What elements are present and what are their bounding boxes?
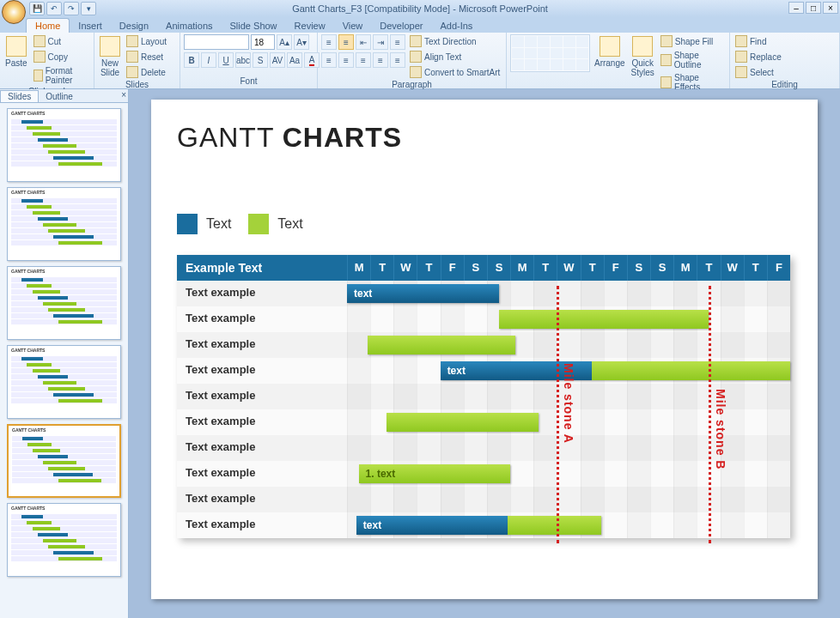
shadow-button[interactable]: S [253,52,268,68]
gantt-chart[interactable]: Example TextMTWTFSSMTWTFSSMTWTFText exam… [177,255,790,538]
qat-redo[interactable]: ↷ [64,2,79,15]
align-text-button[interactable]: Align Text [408,50,502,64]
change-case-button[interactable]: Aa [287,52,302,68]
close-button[interactable]: × [823,2,838,14]
thumb-title: GANTT CHARTS [8,346,120,354]
ribbon-group-paragraph: ≡ ≡ ⇤ ⇥ ≡ ≡ ≡ ≡ ≡ ≡ Text Direction Align… [318,33,507,88]
office-button[interactable] [2,0,26,24]
maximize-button[interactable]: □ [806,2,821,14]
bold-button[interactable]: B [184,52,199,68]
tab-developer[interactable]: Developer [371,19,431,33]
text-direction-button[interactable]: Text Direction [408,34,502,48]
tab-view[interactable]: View [334,19,372,33]
select-button[interactable]: Select [733,65,783,79]
tab-add-ins[interactable]: Add-Ins [431,19,481,33]
decrease-indent-button[interactable]: ⇤ [356,34,371,50]
layout-icon [126,35,138,47]
qat-more[interactable]: ▾ [81,2,96,15]
gantt-day-header: S [627,255,650,281]
delete-button[interactable]: Delete [125,65,168,79]
close-panel-button[interactable]: × [121,90,126,100]
thumb-title: GANTT CHARTS [8,188,120,197]
slide-panel: Slides Outline × GANTT CHARTSGANTT CHART… [0,89,129,618]
font-size-select[interactable]: 18 [251,34,275,50]
slide-canvas-wrap[interactable]: GANTT CHARTS Text Text Example TextMTWTF… [129,89,840,618]
cut-button[interactable]: Cut [32,34,90,48]
justify-button[interactable]: ≡ [373,52,388,68]
replace-button[interactable]: Replace [733,50,783,64]
gantt-row: Text example1. text [177,461,790,487]
slide-thumbnail[interactable]: GANTT CHARTS [7,266,121,340]
slide-thumbnail[interactable]: GANTT CHARTS [7,187,121,261]
gantt-bar[interactable] [592,361,790,380]
gantt-row: Text example [177,487,790,512]
quick-styles-button[interactable]: Quick Styles [630,34,656,79]
format-painter-button[interactable]: Format Painter [32,65,90,86]
font-family-select[interactable] [184,34,249,50]
align-left-button[interactable]: ≡ [321,52,337,68]
tab-slides[interactable]: Slides [0,90,39,102]
shrink-font-button[interactable]: A▾ [294,34,309,50]
tab-review[interactable]: Review [286,19,334,33]
tab-design[interactable]: Design [111,19,157,33]
numbering-button[interactable]: ≡ [338,34,354,50]
increase-indent-button[interactable]: ⇥ [373,34,388,50]
tab-insert[interactable]: Insert [70,19,111,33]
underline-button[interactable]: U [218,52,234,68]
slide-canvas[interactable]: GANTT CHARTS Text Text Example TextMTWTF… [151,100,818,599]
new-slide-button[interactable]: New Slide [98,34,122,79]
milestone-label: Mile stone A [562,363,575,444]
tab-outline[interactable]: Outline [39,91,80,102]
gantt-bar[interactable] [387,413,539,432]
tab-home[interactable]: Home [26,18,70,33]
gantt-bar[interactable] [499,310,709,329]
convert-smartart-button[interactable]: Convert to SmartArt [408,65,502,79]
slide-thumbnail[interactable]: GANTT CHARTS [7,503,121,577]
grow-font-button[interactable]: A▴ [277,34,292,50]
line-spacing-button[interactable]: ≡ [390,34,405,50]
gantt-row-label: Text example [177,332,347,358]
columns-button[interactable]: ≡ [390,52,405,68]
tab-animations[interactable]: Animations [157,19,221,33]
ribbon-group-clipboard: Paste Cut Copy Format Painter Clipboard [0,33,94,88]
char-spacing-button[interactable]: AV [270,52,285,68]
shapes-gallery[interactable] [510,34,590,72]
slide-thumbnail[interactable]: GANTT CHARTS [7,424,121,498]
tab-slide-show[interactable]: Slide Show [222,19,286,33]
milestone-line [557,286,559,543]
bullets-button[interactable]: ≡ [321,34,337,50]
new-slide-icon [100,36,120,57]
reset-button[interactable]: Reset [125,50,168,64]
gantt-day-header: T [533,255,557,281]
layout-button[interactable]: Layout [125,34,168,48]
arrange-button[interactable]: Arrange [593,34,627,70]
slide-thumbnail[interactable]: GANTT CHARTS [7,108,121,182]
gantt-bar[interactable]: 1. text [359,464,511,483]
gantt-row: Text example [177,332,790,358]
align-text-icon [410,51,422,63]
copy-button[interactable]: Copy [32,50,90,64]
gantt-bar[interactable] [508,516,601,535]
slide-thumbnail[interactable]: GANTT CHARTS [7,345,121,419]
align-right-button[interactable]: ≡ [356,52,371,68]
outline-tabs: Slides Outline × [0,89,128,103]
minimize-button[interactable]: – [788,2,804,14]
gantt-bar[interactable] [368,336,514,354]
italic-button[interactable]: I [201,52,216,68]
gantt-day-header: T [370,255,393,281]
arrange-icon [600,36,620,57]
qat-save[interactable]: 💾 [29,2,45,15]
gantt-row-label: Text example [177,461,347,487]
align-center-button[interactable]: ≡ [338,52,354,68]
shape-outline-button[interactable]: Shape Outline [659,50,726,70]
delete-icon [126,66,138,78]
paste-button[interactable]: Paste [3,34,29,70]
gantt-header-label: Example Text [177,255,347,281]
qat-undo[interactable]: ↶ [46,2,62,15]
strike-button[interactable]: abc [235,52,251,68]
find-button[interactable]: Find [733,34,783,48]
gantt-bar[interactable]: text [356,516,508,535]
ribbon-group-font: 18 A▴ A▾ B I U abc S AV Aa A Font [180,33,318,88]
gantt-bar[interactable]: text [347,284,499,303]
shape-fill-button[interactable]: Shape Fill [659,34,726,48]
